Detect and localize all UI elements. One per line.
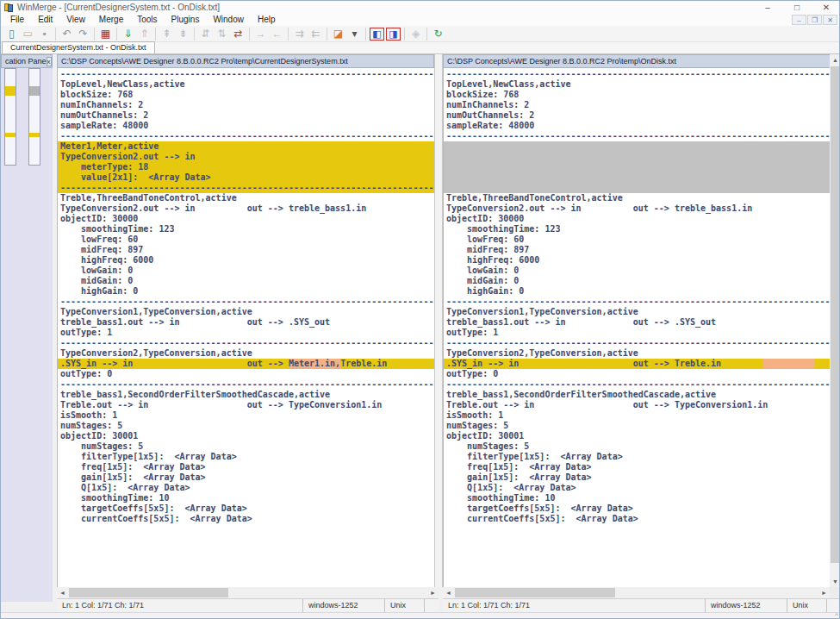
location-bar-left-file[interactable] [4,68,16,166]
copy-right-icon[interactable]: → [252,27,269,41]
menu-help[interactable]: Help [251,14,283,26]
mdi-restore-button[interactable]: ❐ [807,15,822,25]
code-line: lowGain: 0 [446,266,830,276]
diff-location-band[interactable] [5,133,16,137]
view-whitespace-icon[interactable]: ▦ [97,27,114,41]
menu-file[interactable]: File [3,14,31,26]
scroll-down-icon[interactable]: ▼ [830,576,840,587]
right-editor-pane[interactable]: ----------------------------------------… [443,68,830,587]
menu-plugins[interactable]: Plugins [165,14,207,26]
copy-all-right-icon[interactable]: ⇉ [291,27,308,41]
code-line: numInChannels: 2 [446,100,830,110]
code-line: ----------------------------------------… [446,131,830,141]
code-line: treble_bass1,SecondOrderFilterSmoothedCa… [60,390,434,400]
right-cursor-position: Ln: 1 Col: 1/71 Ch: 1/71 [443,599,706,612]
code-line [444,172,830,183]
code-line: ----------------------------------------… [446,297,830,307]
code-line: Q[1x5]: <Array Data> [446,483,830,493]
code-line: numInChannels: 2 [60,100,434,110]
code-line: midFreq: 897 [446,245,830,255]
code-line: TypeConversion2.out --> in out --> trebl… [60,203,434,214]
toolbar-separator [426,28,427,41]
next-difference-icon[interactable]: ⇓ [120,27,136,41]
menu-merge[interactable]: Merge [92,14,130,26]
code-line: treble_bass1.out --> in out --> .SYS_out [60,317,434,328]
scroll-left-icon[interactable]: ◄ [443,587,454,598]
left-status-end [425,599,439,612]
previous-difference-icon[interactable]: ⇑ [136,27,152,41]
show-right-pane-icon[interactable]: ◨ [386,28,401,41]
maximize-button[interactable]: □ [782,1,812,14]
code-line: highGain: 0 [446,286,830,297]
left-hscroll-thumb[interactable] [69,588,228,597]
toolbar-separator [55,28,56,41]
code-line: outType: 1 [446,328,830,338]
pane-splitter[interactable] [434,54,443,587]
copy-all-left-icon[interactable]: ⇇ [308,27,324,41]
new-file-icon[interactable]: ▯ [3,27,20,41]
close-button[interactable]: ✕ [812,1,840,14]
right-horizontal-scrollbar[interactable]: ◄ ► [443,587,830,598]
menu-tools[interactable]: Tools [130,14,164,26]
menu-bar: File Edit View Merge Tools Plugins Windo… [1,14,840,26]
code-line: blockSize: 768 [60,90,434,100]
code-line: midGain: 0 [60,276,434,286]
menu-window[interactable]: Window [206,14,251,26]
diff-location-band[interactable] [29,86,40,96]
show-left-pane-icon[interactable]: ◧ [370,28,384,41]
vertical-scroll-thumb[interactable] [831,66,840,563]
copy-left-icon[interactable]: ← [269,27,285,41]
mdi-minimize-button[interactable]: – [792,15,806,25]
location-pane-header: cation Pane x [1,54,53,68]
last-difference-icon[interactable]: ⇟ [175,27,191,41]
code-line: Treble,ThreeBandToneControl,active [446,193,830,203]
code-line: highGain: 0 [60,286,434,297]
left-horizontal-scrollbar[interactable]: ◄ ► [57,587,439,598]
right-hscroll-thumb[interactable] [455,588,615,597]
resize-grip-icon: ^ [835,611,838,619]
code-line: TypeConversion2,TypeConversion,active [446,348,830,359]
code-line: Meter1,Meter,active [58,141,434,152]
code-line: lowFreq: 60 [60,234,434,245]
open-folder-icon[interactable]: ▭ [20,27,36,41]
window-bottom-edge: ^ [1,612,840,619]
code-line: highFreq: 6000 [60,255,434,266]
previous-conflict-icon[interactable]: ⇅ [214,27,230,41]
save-icon[interactable]: ▪ [36,27,53,41]
code-line: ----------------------------------------… [446,338,830,348]
code-line: ----------------------------------------… [60,69,434,79]
automerge-dropdown-icon[interactable]: ▾ [346,27,363,41]
diff-location-band[interactable] [29,133,40,137]
left-editor-pane[interactable]: ----------------------------------------… [57,68,434,587]
compare-tab[interactable]: CurrentDesignerSystem.txt - OnDisk.txt [2,41,155,53]
code-line: lowGain: 0 [60,266,434,276]
code-line: TypeConversion2.out --> in [58,152,434,162]
right-vertical-scrollbar[interactable]: ▲ ▼ [830,54,840,587]
code-line: gain[1x5]: <Array Data> [60,472,434,483]
mdi-close-button[interactable]: ✕ [823,15,837,25]
menu-view[interactable]: View [59,14,92,26]
diff-location-band[interactable] [5,86,16,96]
scroll-up-icon[interactable]: ▲ [830,54,840,66]
menu-edit[interactable]: Edit [31,14,59,26]
first-difference-icon[interactable]: ⇞ [159,27,175,41]
code-line: TypeConversion1,TypeConversion,active [446,307,830,317]
location-pane-close-icon[interactable]: x [47,57,52,66]
minimize-button[interactable]: – [753,1,782,14]
code-line: treble_bass1.out --> in out --> .SYS_out [446,317,830,328]
title-bar: WinMerge - [CurrentDesignerSystem.txt - … [1,1,840,14]
current-difference-icon[interactable]: ⇄ [230,27,246,41]
automerge-icon[interactable]: ◪ [330,27,346,41]
winmerge-logo-icon [4,3,13,12]
redo-icon[interactable]: ↷ [75,27,91,41]
code-line: currentCoeffs[5x5]: <Array Data> [60,514,434,524]
location-bar-right-file[interactable] [28,68,40,166]
undo-icon[interactable]: ↶ [59,27,75,41]
scroll-right-icon[interactable]: ► [818,587,830,598]
refresh-icon[interactable]: ↻ [430,27,446,41]
scroll-left-icon[interactable]: ◄ [57,587,68,598]
next-conflict-icon[interactable]: ⇵ [197,27,214,41]
scroll-right-icon[interactable]: ► [427,587,439,598]
compare-method-icon[interactable]: ◈ [408,27,424,41]
code-line: objectID: 30000 [60,214,434,224]
